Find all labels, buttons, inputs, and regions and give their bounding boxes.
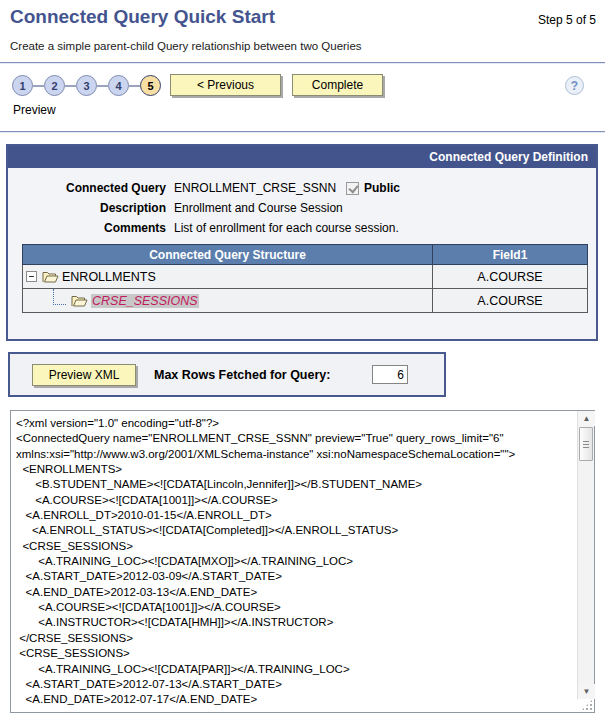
description-label: Description [8, 201, 166, 215]
tree-node-crse-sessions-selected[interactable]: CRSE_SESSIONS [91, 294, 199, 308]
divider [0, 131, 605, 133]
previous-button[interactable]: < Previous [170, 74, 281, 96]
comments-label: Comments [8, 221, 166, 235]
page-subtitle: Create a simple parent-child Query relat… [10, 40, 362, 52]
preview-xml-bar: Preview XML Max Rows Fetched for Query: [8, 352, 446, 397]
field1-column-header: Field1 [433, 245, 588, 265]
tree-connector [53, 289, 66, 305]
max-rows-label: Max Rows Fetched for Query: [154, 368, 330, 382]
collapse-minus-icon[interactable] [26, 271, 37, 282]
xml-preview-content: <?xml version="1.0" encoding="utf-8"?> <… [11, 411, 576, 712]
help-icon[interactable]: ? [565, 76, 584, 95]
comments-value: List of enrollment for each course sessi… [174, 221, 399, 235]
step-indicator: Step 5 of 5 [538, 13, 596, 27]
xml-preview-textarea[interactable]: <?xml version="1.0" encoding="utf-8"?> <… [10, 410, 595, 713]
preview-section-label: Preview [13, 103, 56, 117]
scroll-up-icon[interactable]: ▲ [578, 411, 595, 426]
resize-grip-icon[interactable] [581, 699, 593, 711]
scroll-down-icon[interactable]: ▼ [578, 684, 595, 699]
table-row: ENROLLMENTS A.COURSE [23, 265, 588, 289]
step-5-circle-active[interactable]: 5 [140, 75, 161, 96]
complete-button[interactable]: Complete [292, 74, 383, 96]
table-row: CRSE_SESSIONS A.COURSE [23, 289, 588, 313]
step-connector [33, 85, 44, 87]
field-row-connected-query: Connected Query ENROLLMENT_CRSE_SSNN Pub… [8, 178, 596, 198]
public-checkbox-label: Public [364, 181, 400, 195]
divider [0, 62, 605, 64]
wizard-step-indicator: 1 2 3 4 5 [12, 75, 161, 96]
field1-value: A.COURSE [433, 265, 588, 289]
public-checkbox[interactable] [346, 182, 359, 195]
folder-icon [71, 294, 88, 307]
connected-query-value: ENROLLMENT_CRSE_SSNN [174, 181, 346, 195]
step-1-circle[interactable]: 1 [12, 75, 33, 96]
step-connector [129, 85, 140, 87]
step-connector [97, 85, 108, 87]
step-2-circle[interactable]: 2 [44, 75, 65, 96]
tree-node-enrollments[interactable]: ENROLLMENTS [62, 270, 156, 284]
structure-column-header: Connected Query Structure [23, 245, 433, 265]
structure-table: Connected Query Structure Field1 ENROLLM… [22, 244, 588, 313]
folder-icon [42, 270, 59, 283]
scrollbar-thumb[interactable] [579, 427, 593, 461]
field1-value: A.COURSE [433, 289, 588, 313]
vertical-scrollbar[interactable]: ▲ ▼ [577, 411, 594, 699]
step-3-circle[interactable]: 3 [76, 75, 97, 96]
field-row-comments: Comments List of enrollment for each cou… [8, 218, 596, 238]
groupbox-header: Connected Query Definition [8, 146, 596, 168]
page-title: Connected Query Quick Start [10, 6, 275, 28]
connected-query-definition-groupbox: Connected Query Definition Connected Que… [6, 144, 598, 341]
step-4-circle[interactable]: 4 [108, 75, 129, 96]
max-rows-input[interactable] [372, 365, 408, 384]
table-header-row: Connected Query Structure Field1 [23, 245, 588, 265]
step-connector [65, 85, 76, 87]
description-value: Enrollment and Course Session [174, 201, 343, 215]
preview-xml-button[interactable]: Preview XML [32, 364, 136, 386]
definition-fields: Connected Query ENROLLMENT_CRSE_SSNN Pub… [8, 168, 596, 238]
field-row-description: Description Enrollment and Course Sessio… [8, 198, 596, 218]
connected-query-label: Connected Query [8, 181, 166, 195]
